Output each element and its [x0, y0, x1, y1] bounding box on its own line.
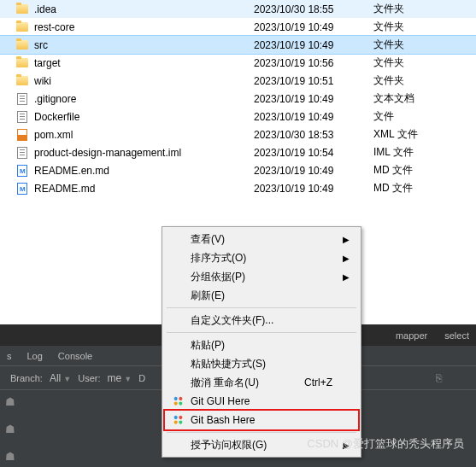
orange-icon: [15, 128, 29, 142]
file-date: 2023/10/30 18:55: [254, 3, 373, 15]
doc-icon: [15, 92, 29, 106]
menu-view[interactable]: 查看(V)▶: [165, 230, 358, 248]
file-row[interactable]: pom.xml2023/10/30 18:53XML 文件: [0, 126, 476, 143]
git-icon: [171, 394, 185, 408]
label: select: [444, 330, 469, 341]
menu-git-gui[interactable]: Git GUI Here: [165, 392, 358, 411]
file-row[interactable]: .idea2023/10/30 18:55文件夹: [0, 0, 476, 18]
file-row[interactable]: README.en.md2023/10/19 10:49MD 文件: [0, 161, 476, 179]
branch-label: Branch:: [10, 373, 43, 383]
commit-icon[interactable]: ☗: [5, 395, 17, 407]
file-row[interactable]: src2023/10/19 10:49文件夹: [0, 36, 476, 54]
file-type: 文件夹: [373, 73, 476, 88]
menu-refresh[interactable]: 刷新(E): [165, 286, 358, 305]
commit-icon[interactable]: ☗: [5, 423, 17, 435]
tab[interactable]: s: [7, 351, 12, 361]
file-row[interactable]: .gitignore2023/10/19 10:49文本文档: [0, 90, 476, 108]
file-name: wiki: [34, 75, 254, 87]
date-label: D: [138, 373, 145, 383]
file-type: 文件夹: [373, 20, 476, 34]
file-type: IML 文件: [373, 145, 476, 160]
file-date: 2023/10/19 10:49: [254, 93, 373, 105]
menu-undo[interactable]: 撤消 重命名(U)Ctrl+Z: [165, 373, 358, 392]
separator: [167, 307, 356, 308]
file-row[interactable]: product-design-management.iml2023/10/19 …: [0, 143, 476, 161]
menu-group[interactable]: 分组依据(P)▶: [165, 267, 358, 286]
file-list: .idea2023/10/30 18:55文件夹rest-core2023/10…: [0, 0, 476, 197]
file-type: XML 文件: [373, 127, 476, 142]
file-date: 2023/10/19 10:54: [254, 147, 373, 159]
file-date: 2023/10/19 10:49: [254, 183, 373, 195]
file-name: target: [34, 57, 254, 69]
user-dropdown[interactable]: me ▼: [108, 372, 132, 384]
folder-icon: [15, 74, 29, 88]
file-date: 2023/10/19 10:49: [254, 21, 373, 33]
md-icon: [15, 182, 29, 196]
file-type: 文件: [373, 109, 476, 124]
menu-paste-shortcut[interactable]: 粘贴快捷方式(S): [165, 354, 358, 373]
file-row[interactable]: wiki2023/10/19 10:51文件夹: [0, 72, 476, 90]
file-name: README.md: [34, 183, 254, 195]
file-row[interactable]: rest-core2023/10/19 10:49文件夹: [0, 18, 476, 36]
menu-access[interactable]: 授予访问权限(G)▶: [165, 435, 358, 454]
file-date: 2023/10/30 18:53: [254, 129, 373, 141]
md-icon: [15, 164, 29, 178]
folder-icon: [15, 3, 29, 16]
context-menu: 查看(V)▶ 排序方式(O)▶ 分组依据(P)▶ 刷新(E) 自定义文件夹(F)…: [162, 226, 361, 458]
file-name: README.en.md: [34, 165, 254, 177]
file-name: product-design-management.iml: [34, 147, 254, 159]
file-date: 2023/10/19 10:49: [254, 111, 373, 123]
file-type: 文件夹: [373, 2, 476, 16]
file-name: .idea: [34, 3, 254, 15]
menu-sort[interactable]: 排序方式(O)▶: [165, 248, 358, 267]
git-icon: [171, 413, 185, 427]
file-date: 2023/10/19 10:56: [254, 57, 373, 69]
separator: [167, 432, 356, 433]
branch-dropdown[interactable]: All ▼: [50, 372, 71, 384]
file-row[interactable]: target2023/10/19 10:56文件夹: [0, 54, 476, 72]
folder-icon: [15, 20, 29, 34]
menu-git-bash[interactable]: Git Bash Here: [165, 411, 358, 429]
menu-paste[interactable]: 粘贴(P): [165, 336, 358, 354]
file-name: Dockerfile: [34, 111, 254, 123]
tab-log[interactable]: Log: [27, 351, 43, 361]
file-row[interactable]: Dockerfile2023/10/19 10:49文件: [0, 108, 476, 126]
file-type: MD 文件: [373, 181, 476, 196]
commit-icon[interactable]: ☗: [5, 450, 17, 462]
folder-icon: [15, 56, 29, 70]
user-label: User:: [78, 373, 100, 383]
file-type: 文件夹: [373, 38, 476, 52]
file-date: 2023/10/19 10:51: [254, 75, 373, 87]
file-name: pom.xml: [34, 129, 254, 141]
folder-icon: [15, 38, 29, 52]
file-row[interactable]: README.md2023/10/19 10:49MD 文件: [0, 179, 476, 197]
file-name: rest-core: [34, 21, 254, 33]
file-type: 文件夹: [373, 55, 476, 70]
vcs-icon[interactable]: ⎘: [436, 372, 442, 384]
tab-console[interactable]: Console: [58, 351, 92, 361]
file-date: 2023/10/19 10:49: [254, 39, 373, 51]
separator: [167, 332, 356, 333]
file-type: 文本文档: [373, 91, 476, 106]
label: mapper: [396, 330, 427, 341]
file-type: MD 文件: [373, 163, 476, 178]
file-name: .gitignore: [34, 93, 254, 105]
doc-icon: [15, 146, 29, 160]
file-name: src: [34, 39, 254, 51]
doc-icon: [15, 110, 29, 124]
menu-customize[interactable]: 自定义文件夹(F)...: [165, 311, 358, 330]
file-date: 2023/10/19 10:49: [254, 165, 373, 177]
